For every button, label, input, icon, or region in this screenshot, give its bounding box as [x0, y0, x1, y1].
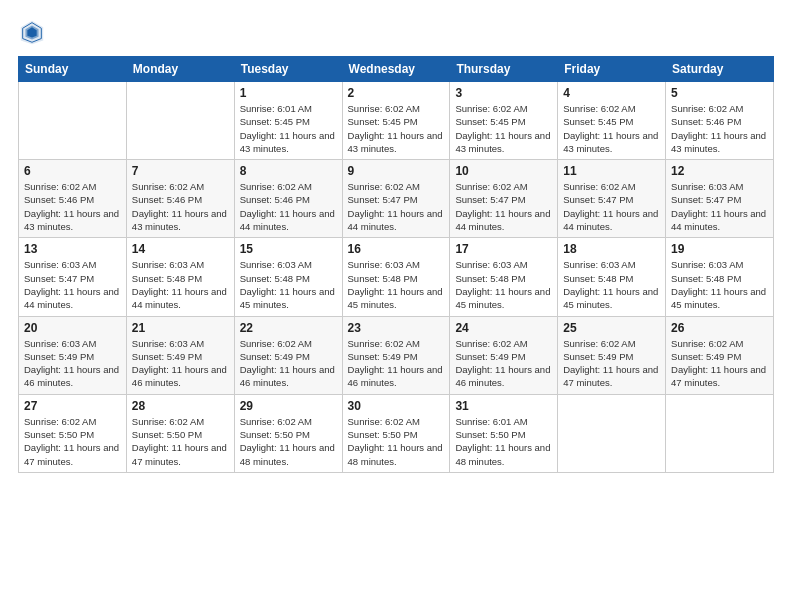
day-info: Sunrise: 6:03 AM Sunset: 5:48 PM Dayligh…	[563, 258, 660, 311]
day-number: 30	[348, 399, 445, 413]
calendar-cell: 16Sunrise: 6:03 AM Sunset: 5:48 PM Dayli…	[342, 238, 450, 316]
day-number: 2	[348, 86, 445, 100]
calendar-cell: 6Sunrise: 6:02 AM Sunset: 5:46 PM Daylig…	[19, 160, 127, 238]
day-info: Sunrise: 6:02 AM Sunset: 5:50 PM Dayligh…	[348, 415, 445, 468]
header	[18, 18, 774, 46]
calendar-cell: 28Sunrise: 6:02 AM Sunset: 5:50 PM Dayli…	[126, 394, 234, 472]
calendar-cell: 18Sunrise: 6:03 AM Sunset: 5:48 PM Dayli…	[558, 238, 666, 316]
day-number: 28	[132, 399, 229, 413]
calendar-body: 1Sunrise: 6:01 AM Sunset: 5:45 PM Daylig…	[19, 82, 774, 473]
weekday-header-sunday: Sunday	[19, 57, 127, 82]
week-row-1: 1Sunrise: 6:01 AM Sunset: 5:45 PM Daylig…	[19, 82, 774, 160]
day-number: 8	[240, 164, 337, 178]
calendar-header: SundayMondayTuesdayWednesdayThursdayFrid…	[19, 57, 774, 82]
calendar-cell: 20Sunrise: 6:03 AM Sunset: 5:49 PM Dayli…	[19, 316, 127, 394]
day-number: 5	[671, 86, 768, 100]
calendar-cell: 15Sunrise: 6:03 AM Sunset: 5:48 PM Dayli…	[234, 238, 342, 316]
day-number: 1	[240, 86, 337, 100]
day-number: 21	[132, 321, 229, 335]
day-number: 17	[455, 242, 552, 256]
calendar-cell	[666, 394, 774, 472]
weekday-header-saturday: Saturday	[666, 57, 774, 82]
weekday-header-monday: Monday	[126, 57, 234, 82]
calendar-cell: 5Sunrise: 6:02 AM Sunset: 5:46 PM Daylig…	[666, 82, 774, 160]
day-info: Sunrise: 6:03 AM Sunset: 5:48 PM Dayligh…	[671, 258, 768, 311]
day-info: Sunrise: 6:03 AM Sunset: 5:47 PM Dayligh…	[24, 258, 121, 311]
calendar-cell: 1Sunrise: 6:01 AM Sunset: 5:45 PM Daylig…	[234, 82, 342, 160]
day-number: 31	[455, 399, 552, 413]
day-number: 11	[563, 164, 660, 178]
day-info: Sunrise: 6:03 AM Sunset: 5:47 PM Dayligh…	[671, 180, 768, 233]
day-number: 10	[455, 164, 552, 178]
calendar-cell: 31Sunrise: 6:01 AM Sunset: 5:50 PM Dayli…	[450, 394, 558, 472]
day-number: 27	[24, 399, 121, 413]
week-row-5: 27Sunrise: 6:02 AM Sunset: 5:50 PM Dayli…	[19, 394, 774, 472]
day-number: 4	[563, 86, 660, 100]
calendar-cell: 2Sunrise: 6:02 AM Sunset: 5:45 PM Daylig…	[342, 82, 450, 160]
weekday-header-friday: Friday	[558, 57, 666, 82]
calendar-cell: 24Sunrise: 6:02 AM Sunset: 5:49 PM Dayli…	[450, 316, 558, 394]
day-info: Sunrise: 6:02 AM Sunset: 5:47 PM Dayligh…	[563, 180, 660, 233]
calendar-cell: 14Sunrise: 6:03 AM Sunset: 5:48 PM Dayli…	[126, 238, 234, 316]
calendar-cell: 29Sunrise: 6:02 AM Sunset: 5:50 PM Dayli…	[234, 394, 342, 472]
day-number: 26	[671, 321, 768, 335]
day-info: Sunrise: 6:01 AM Sunset: 5:50 PM Dayligh…	[455, 415, 552, 468]
day-number: 6	[24, 164, 121, 178]
day-info: Sunrise: 6:02 AM Sunset: 5:49 PM Dayligh…	[671, 337, 768, 390]
day-info: Sunrise: 6:02 AM Sunset: 5:50 PM Dayligh…	[132, 415, 229, 468]
calendar-cell: 26Sunrise: 6:02 AM Sunset: 5:49 PM Dayli…	[666, 316, 774, 394]
week-row-4: 20Sunrise: 6:03 AM Sunset: 5:49 PM Dayli…	[19, 316, 774, 394]
calendar-cell: 13Sunrise: 6:03 AM Sunset: 5:47 PM Dayli…	[19, 238, 127, 316]
week-row-3: 13Sunrise: 6:03 AM Sunset: 5:47 PM Dayli…	[19, 238, 774, 316]
calendar-cell	[126, 82, 234, 160]
page: SundayMondayTuesdayWednesdayThursdayFrid…	[0, 0, 792, 612]
week-row-2: 6Sunrise: 6:02 AM Sunset: 5:46 PM Daylig…	[19, 160, 774, 238]
day-info: Sunrise: 6:02 AM Sunset: 5:49 PM Dayligh…	[563, 337, 660, 390]
day-number: 29	[240, 399, 337, 413]
day-info: Sunrise: 6:01 AM Sunset: 5:45 PM Dayligh…	[240, 102, 337, 155]
day-number: 12	[671, 164, 768, 178]
day-number: 25	[563, 321, 660, 335]
day-info: Sunrise: 6:02 AM Sunset: 5:46 PM Dayligh…	[132, 180, 229, 233]
day-info: Sunrise: 6:02 AM Sunset: 5:50 PM Dayligh…	[240, 415, 337, 468]
day-info: Sunrise: 6:03 AM Sunset: 5:48 PM Dayligh…	[240, 258, 337, 311]
day-info: Sunrise: 6:02 AM Sunset: 5:47 PM Dayligh…	[455, 180, 552, 233]
calendar-cell: 11Sunrise: 6:02 AM Sunset: 5:47 PM Dayli…	[558, 160, 666, 238]
calendar-cell: 8Sunrise: 6:02 AM Sunset: 5:46 PM Daylig…	[234, 160, 342, 238]
day-info: Sunrise: 6:03 AM Sunset: 5:48 PM Dayligh…	[455, 258, 552, 311]
calendar-cell: 27Sunrise: 6:02 AM Sunset: 5:50 PM Dayli…	[19, 394, 127, 472]
calendar-cell: 19Sunrise: 6:03 AM Sunset: 5:48 PM Dayli…	[666, 238, 774, 316]
calendar-cell: 3Sunrise: 6:02 AM Sunset: 5:45 PM Daylig…	[450, 82, 558, 160]
calendar-cell: 23Sunrise: 6:02 AM Sunset: 5:49 PM Dayli…	[342, 316, 450, 394]
day-info: Sunrise: 6:02 AM Sunset: 5:45 PM Dayligh…	[455, 102, 552, 155]
day-info: Sunrise: 6:02 AM Sunset: 5:45 PM Dayligh…	[348, 102, 445, 155]
day-number: 19	[671, 242, 768, 256]
weekday-header-thursday: Thursday	[450, 57, 558, 82]
calendar-cell: 9Sunrise: 6:02 AM Sunset: 5:47 PM Daylig…	[342, 160, 450, 238]
calendar-cell: 10Sunrise: 6:02 AM Sunset: 5:47 PM Dayli…	[450, 160, 558, 238]
day-number: 3	[455, 86, 552, 100]
calendar-cell: 21Sunrise: 6:03 AM Sunset: 5:49 PM Dayli…	[126, 316, 234, 394]
day-info: Sunrise: 6:02 AM Sunset: 5:46 PM Dayligh…	[24, 180, 121, 233]
day-info: Sunrise: 6:03 AM Sunset: 5:48 PM Dayligh…	[132, 258, 229, 311]
day-number: 9	[348, 164, 445, 178]
day-info: Sunrise: 6:02 AM Sunset: 5:46 PM Dayligh…	[671, 102, 768, 155]
day-number: 20	[24, 321, 121, 335]
day-info: Sunrise: 6:02 AM Sunset: 5:50 PM Dayligh…	[24, 415, 121, 468]
calendar-cell: 25Sunrise: 6:02 AM Sunset: 5:49 PM Dayli…	[558, 316, 666, 394]
day-number: 7	[132, 164, 229, 178]
calendar-cell: 17Sunrise: 6:03 AM Sunset: 5:48 PM Dayli…	[450, 238, 558, 316]
weekday-header-tuesday: Tuesday	[234, 57, 342, 82]
day-info: Sunrise: 6:03 AM Sunset: 5:49 PM Dayligh…	[132, 337, 229, 390]
day-info: Sunrise: 6:02 AM Sunset: 5:45 PM Dayligh…	[563, 102, 660, 155]
day-number: 16	[348, 242, 445, 256]
weekday-header-wednesday: Wednesday	[342, 57, 450, 82]
calendar-cell: 30Sunrise: 6:02 AM Sunset: 5:50 PM Dayli…	[342, 394, 450, 472]
calendar-table: SundayMondayTuesdayWednesdayThursdayFrid…	[18, 56, 774, 473]
day-number: 24	[455, 321, 552, 335]
day-info: Sunrise: 6:03 AM Sunset: 5:49 PM Dayligh…	[24, 337, 121, 390]
day-info: Sunrise: 6:02 AM Sunset: 5:47 PM Dayligh…	[348, 180, 445, 233]
calendar-cell: 4Sunrise: 6:02 AM Sunset: 5:45 PM Daylig…	[558, 82, 666, 160]
day-info: Sunrise: 6:02 AM Sunset: 5:46 PM Dayligh…	[240, 180, 337, 233]
day-info: Sunrise: 6:03 AM Sunset: 5:48 PM Dayligh…	[348, 258, 445, 311]
